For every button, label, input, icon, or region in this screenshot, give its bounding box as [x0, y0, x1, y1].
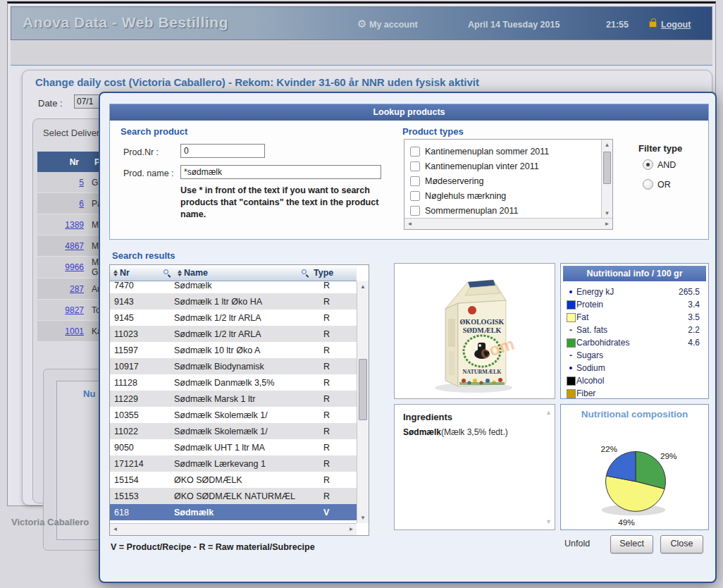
- listbox-vscrollbar[interactable]: ▲ ▼: [601, 140, 612, 219]
- unfold-link[interactable]: Unfold: [564, 539, 590, 549]
- radio-or-icon[interactable]: [643, 179, 653, 190]
- results-col-type[interactable]: Type: [312, 265, 357, 281]
- result-cell-name: Sødmælk Biodynamisk: [174, 362, 312, 372]
- result-row[interactable]: 10917Sødmælk BiodynamiskR: [110, 358, 357, 374]
- ingredients-heading: Ingredients: [403, 412, 452, 422]
- ingredient-name: Sødmælk: [403, 427, 441, 437]
- product-type-item[interactable]: Nøglehuls mærkning: [410, 188, 590, 203]
- listbox-hscrollbar[interactable]: ◄ ►: [404, 218, 612, 229]
- product-type-item[interactable]: Kantinemenuplan sommer 2011: [410, 144, 590, 159]
- dialog-title: Lookup products: [110, 104, 708, 121]
- scroll-right-icon[interactable]: ►: [602, 219, 612, 229]
- prodnr-input[interactable]: [180, 144, 265, 158]
- result-cell-nr: 171214: [110, 459, 174, 469]
- result-row[interactable]: 171214Sødmælk Lærkevang 1R: [110, 455, 357, 472]
- result-row[interactable]: 15154ØKO SØDMÆLKR: [110, 472, 357, 488]
- nutrient-label: Alcohol: [576, 376, 604, 386]
- result-cell-type: R: [312, 329, 357, 339]
- result-row[interactable]: 618SødmælkV: [110, 504, 357, 520]
- my-account-link[interactable]: My account: [369, 20, 418, 30]
- scroll-right-icon[interactable]: ►: [346, 524, 357, 535]
- product-type-label: Mødeservering: [425, 176, 483, 186]
- result-cell-nr: 10917: [110, 362, 174, 372]
- magnifier-icon[interactable]: [163, 269, 171, 277]
- result-row[interactable]: 9050Sødmælk UHT 1 ltr MAR: [110, 439, 357, 455]
- results-vscrollbar[interactable]: ▲ ▼: [357, 281, 369, 523]
- checkbox-icon[interactable]: [410, 147, 420, 157]
- product-type-label: Kantinemenuplan sommer 2011: [425, 147, 549, 157]
- bg-product-link[interactable]: 9966: [65, 262, 84, 272]
- pie-label-fat: 49%: [618, 517, 635, 527]
- bg-product-link[interactable]: 5: [79, 178, 84, 188]
- nutritional-info-title: Nutritional info / 100 gr: [563, 266, 706, 281]
- current-user-name: Victoria Caballero: [11, 517, 89, 527]
- scroll-thumb[interactable]: [603, 152, 611, 184]
- scroll-up-icon[interactable]: ▲: [602, 140, 612, 150]
- nutritional-composition-title: Nutritional composition: [561, 409, 708, 419]
- radio-and-icon[interactable]: [643, 159, 653, 170]
- result-row[interactable]: 11597Sødmælk 10 ltr Øko AR: [110, 342, 357, 358]
- result-cell-nr: 10355: [110, 410, 174, 420]
- result-row[interactable]: 15153ØKO SØDMÆLK NATURMÆLR: [110, 488, 357, 504]
- nutrient-label: Carbohidrates: [576, 338, 629, 348]
- result-row[interactable]: 9143Sødmælk 1 ltr Øko HAR: [110, 293, 357, 310]
- filter-option-and[interactable]: AND: [643, 159, 676, 170]
- bg-product-link[interactable]: 4867: [65, 241, 84, 251]
- scroll-down-icon[interactable]: ▼: [545, 518, 552, 525]
- product-types-listbox[interactable]: Kantinemenuplan sommer 2011Kantinemenupl…: [404, 139, 613, 230]
- nutrition-row: Sodium: [565, 362, 704, 374]
- nutrient-label: Energy kJ: [576, 287, 614, 297]
- radio-and-label: AND: [657, 160, 676, 170]
- close-button[interactable]: Close: [660, 535, 703, 553]
- result-row[interactable]: 11023Sødmælk 1/2 ltr ARLAR: [110, 326, 357, 342]
- sort-icon[interactable]: [178, 270, 182, 276]
- result-row[interactable]: 10355Sødmælk Skolemælk 1/R: [110, 407, 357, 423]
- product-type-item[interactable]: Mødeservering: [410, 173, 590, 188]
- checkbox-icon[interactable]: [410, 191, 420, 201]
- scroll-down-icon[interactable]: ▼: [602, 208, 612, 219]
- scroll-left-icon[interactable]: ◄: [110, 524, 121, 535]
- scroll-thumb[interactable]: [359, 359, 367, 420]
- carton-text-line3: NATURMÆLK: [463, 369, 502, 375]
- product-type-item[interactable]: Kantinemenuplan vinter 2011: [410, 159, 590, 173]
- results-col-name[interactable]: Name: [174, 265, 312, 281]
- composition-pie-chart: 29%49%22%: [562, 422, 707, 529]
- results-col-name-label: Name: [184, 268, 208, 278]
- checkbox-icon[interactable]: [410, 161, 420, 171]
- checkbox-icon[interactable]: [410, 206, 420, 216]
- nutrient-swatch-icon: [567, 389, 576, 398]
- result-cell-type: R: [312, 459, 357, 469]
- nutrition-row: Fat3.5: [565, 311, 704, 324]
- result-row[interactable]: 11128Sødmælk Danmælk 3,5%R: [110, 374, 357, 391]
- nutrient-label: Fat: [576, 312, 588, 322]
- checkbox-icon[interactable]: [410, 176, 420, 186]
- result-row[interactable]: 9145Sødmælk 1/2 ltr ARLAR: [110, 310, 357, 326]
- result-cell-nr: 11022: [110, 427, 174, 436]
- result-row[interactable]: 11022Sødmælk Skolemælk 1/R: [110, 423, 357, 439]
- bg-product-link[interactable]: 1001: [65, 326, 84, 336]
- bg-product-link[interactable]: 1389: [65, 220, 84, 230]
- prodname-input[interactable]: [180, 165, 381, 179]
- scroll-left-icon[interactable]: ◄: [404, 219, 415, 229]
- result-cell-name: Sødmælk: [174, 281, 312, 290]
- scroll-up-icon[interactable]: ▲: [357, 281, 369, 292]
- logout-link[interactable]: Logout: [661, 20, 691, 30]
- sort-icon[interactable]: [113, 270, 118, 276]
- bg-product-link[interactable]: 9827: [65, 305, 84, 315]
- magnifier-icon[interactable]: [302, 269, 309, 277]
- bg-product-link[interactable]: 287: [70, 284, 84, 294]
- result-row[interactable]: 11229Sødmælk Marsk 1 ltrR: [110, 391, 357, 407]
- bg-product-link[interactable]: 6: [79, 199, 84, 209]
- gear-icon: ⚙: [357, 18, 366, 30]
- select-button[interactable]: Select: [610, 535, 653, 553]
- result-row[interactable]: 7470SødmælkR: [110, 281, 357, 293]
- product-type-item[interactable]: Sommermenuplan 2011: [410, 203, 590, 218]
- scroll-up-icon[interactable]: ▲: [545, 409, 552, 416]
- nutrient-dash-icon: -: [565, 325, 576, 335]
- filter-option-or[interactable]: OR: [643, 179, 671, 190]
- result-cell-name: Sødmælk 1/2 ltr ARLA: [174, 329, 312, 339]
- results-col-nr[interactable]: Nr: [110, 265, 174, 281]
- scroll-down-icon[interactable]: ▼: [357, 513, 369, 523]
- result-cell-nr: 11597: [110, 345, 174, 355]
- results-hscrollbar[interactable]: ◄ ►: [110, 523, 357, 535]
